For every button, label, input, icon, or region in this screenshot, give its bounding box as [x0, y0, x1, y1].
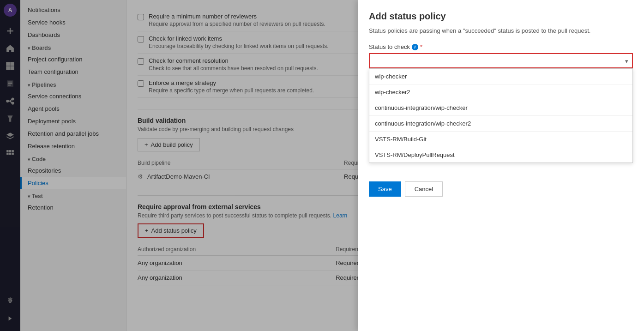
panel-actions: Save Cancel	[369, 181, 633, 197]
cancel-button[interactable]: Cancel	[405, 181, 443, 197]
overlay-backdrop[interactable]: Add status policy Status policies are pa…	[0, 0, 644, 331]
dropdown-option-2[interactable]: continuous-integration/wip-checker	[369, 100, 632, 116]
dropdown-option-0[interactable]: wip-checker	[369, 69, 632, 84]
save-button[interactable]: Save	[369, 181, 401, 197]
dropdown-options-list: wip-checker wip-checker2 continuous-inte…	[369, 68, 633, 163]
status-dropdown-input[interactable]	[370, 54, 632, 67]
dropdown-option-1[interactable]: wip-checker2	[369, 84, 632, 100]
field-label-status: Status to check i *	[369, 43, 633, 50]
side-panel: Add status policy Status policies are pa…	[358, 0, 644, 331]
dropdown-option-5[interactable]: VSTS-RM/DeployPullRequest	[369, 147, 632, 162]
panel-desc: Status policies are passing when a "succ…	[369, 27, 633, 34]
dropdown-option-4[interactable]: VSTS-RM/Build-Git	[369, 132, 632, 147]
info-icon: i	[412, 44, 418, 50]
panel-title: Add status policy	[369, 11, 633, 22]
required-star: *	[420, 43, 422, 50]
status-dropdown-container: ▾	[369, 53, 633, 68]
dropdown-option-3[interactable]: continuous-integration/wip-checker2	[369, 116, 632, 132]
